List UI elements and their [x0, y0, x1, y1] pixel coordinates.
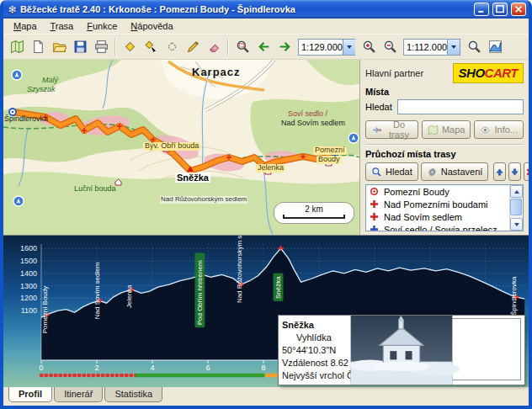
select-point-button[interactable]: [141, 37, 161, 57]
move-point-up-button[interactable]: [493, 162, 506, 181]
route-find-button[interactable]: Hledat: [365, 162, 418, 181]
maximize-button[interactable]: [492, 3, 508, 16]
edit-route-button[interactable]: [162, 37, 182, 57]
save-route-icon: [73, 40, 88, 54]
draw-route-icon: [186, 40, 200, 54]
profile-scale-select[interactable]: 1:112.000: [403, 39, 460, 56]
map-view[interactable]: KarpaczMalýSzyszakŠpindlerovkaSoví sedlo…: [3, 60, 360, 235]
open-route-button[interactable]: [49, 37, 69, 57]
toolbar: 1:129.0001:112.000: [3, 35, 529, 60]
titlebar[interactable]: ❄ Běžecké tratě 2.40 : Krkonoše : Pomezn…: [3, 0, 529, 19]
gear-icon: [427, 167, 438, 178]
scroll-up-button[interactable]: [510, 185, 523, 198]
pan-back-button[interactable]: [253, 37, 274, 57]
show-on-map-button[interactable]: Mapa: [422, 120, 471, 139]
svg-text:6: 6: [205, 364, 210, 372]
waypoint-cross-red-icon: [369, 199, 380, 210]
move-point-down-button[interactable]: [508, 162, 521, 181]
profile-chart-button[interactable]: [485, 37, 505, 57]
menu-trasa[interactable]: Trasa: [44, 19, 81, 33]
menu-mapa[interactable]: Mapa: [7, 19, 44, 33]
scale-bar-label: 2 km: [305, 204, 323, 214]
bottom-tabs: Profil Itinerář Statistika: [3, 387, 529, 406]
menu-nápověda[interactable]: Nápověda: [124, 19, 179, 33]
svg-text:1500: 1500: [20, 257, 37, 265]
draw-route-button[interactable]: [183, 37, 203, 57]
scrollbar-track[interactable]: [510, 198, 523, 218]
window-title: Běžecké tratě 2.40 : Krkonoše : Pomezní …: [20, 4, 471, 14]
route-point-item[interactable]: Pomezní Boudy: [366, 185, 509, 198]
down-arrow-icon: [509, 167, 520, 178]
print-button[interactable]: [91, 37, 111, 57]
scale-bar-line: [283, 215, 345, 219]
zoom-in-button[interactable]: [359, 37, 379, 57]
close-button[interactable]: [511, 3, 526, 16]
add-point-button[interactable]: [120, 37, 140, 57]
zoom-out-icon: [383, 40, 397, 54]
zoom-fit-button[interactable]: [464, 37, 484, 57]
svg-text:Sněžka: Sněžka: [274, 276, 282, 299]
snowflake-app-icon: ❄: [8, 4, 17, 15]
svg-text:1100: 1100: [21, 306, 37, 315]
route-settings-button[interactable]: Nastavení: [421, 162, 489, 181]
svg-text:1200: 1200: [20, 294, 37, 302]
main-area: KarpaczMalýSzyszakŠpindlerovkaSoví sedlo…: [3, 60, 529, 235]
toolbar-separator: [227, 39, 229, 56]
new-route-button[interactable]: [28, 37, 48, 57]
menu-bar: MapaTrasaFunkceNápověda: [3, 19, 529, 35]
map-scale-select[interactable]: 1:129.000: [298, 39, 355, 56]
waypoint-cross-red-icon: [369, 211, 380, 222]
tab-statistika[interactable]: Statistika: [104, 387, 162, 402]
open-map-button[interactable]: [7, 37, 27, 57]
route-list-scrollbar[interactable]: [509, 185, 523, 231]
route-point-item[interactable]: Soví sedlo / Sowia przelecz: [366, 223, 509, 231]
tab-profil[interactable]: Profil: [8, 387, 52, 402]
dropdown-arrow-icon[interactable]: [447, 40, 460, 55]
zoom-fit-icon: [467, 40, 481, 54]
pan-forward-icon: [278, 40, 292, 54]
zoom-window-button[interactable]: [232, 37, 253, 57]
svg-text:Pod Obřím hřebenem: Pod Obřím hřebenem: [196, 260, 204, 325]
info-button[interactable]: Info...: [474, 120, 524, 139]
route-point-label: Soví sedlo / Sowia przelecz: [384, 225, 497, 231]
dropdown-arrow-icon[interactable]: [343, 40, 355, 55]
add-point-icon: [123, 40, 137, 54]
erase-route-icon: [207, 40, 221, 54]
route-point-item[interactable]: Nad Sovím sedlem: [366, 210, 509, 223]
scroll-down-button[interactable]: [510, 218, 523, 231]
pan-forward-button[interactable]: [274, 37, 295, 57]
svg-text:1600: 1600: [20, 244, 37, 252]
tab-itinerar[interactable]: Itinerář: [54, 387, 103, 402]
save-route-button[interactable]: [70, 37, 90, 57]
map-scale-bar: 2 km: [274, 203, 354, 223]
erase-route-button[interactable]: [204, 37, 224, 57]
zoom-out-button[interactable]: [380, 37, 400, 57]
place-search-input[interactable]: [397, 99, 524, 114]
eye-icon: [480, 125, 491, 135]
delete-point-button[interactable]: [524, 162, 529, 181]
svg-text:1400: 1400: [20, 269, 37, 278]
select-point-icon: [144, 40, 158, 54]
up-triangle-icon: [514, 190, 519, 194]
scrollbar-thumb[interactable]: [510, 199, 522, 215]
shocart-logo[interactable]: SHOCART: [453, 63, 524, 83]
add-to-route-button[interactable]: Do trasy: [365, 120, 418, 139]
up-arrow-icon: [494, 167, 505, 178]
scale-value: 1:112.000: [404, 42, 447, 52]
waypoint-tooltip: Sněžka Vyhlídka 1602 m n.m. 50°44'10.3"N…: [278, 315, 525, 385]
profile-chart-icon: [488, 40, 503, 54]
svg-text:2: 2: [94, 364, 98, 372]
scale-value: 1:129.000: [299, 42, 343, 52]
menu-funkce[interactable]: Funkce: [80, 19, 124, 33]
zoom-window-icon: [236, 40, 250, 54]
route-point-label: Nad Pomezními boudami: [384, 199, 488, 210]
elevation-profile[interactable]: 1100120013001400150016000246810121416Pom…: [3, 235, 529, 387]
print-icon: [94, 40, 109, 54]
zoom-in-icon: [362, 40, 376, 54]
minimize-button[interactable]: [474, 3, 489, 16]
route-point-label: Pomezní Boudy: [384, 187, 450, 197]
start-point-icon: [369, 186, 380, 197]
partner-label: Hlavní partner: [365, 68, 423, 78]
route-point-item[interactable]: Nad Pomezními boudami: [366, 198, 509, 210]
route-points-title: Průchozí místa trasy: [365, 145, 524, 159]
